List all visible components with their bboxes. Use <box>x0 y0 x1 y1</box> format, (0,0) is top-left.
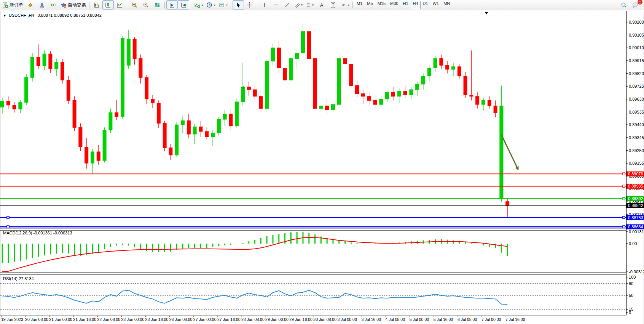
chart-ohlc-values: 0.88871 0.88892 0.88751 0.88842 <box>38 13 102 18</box>
price-axis-tick-label: 0.89535 <box>629 110 644 114</box>
candle-body <box>127 39 130 65</box>
price-axis-tick-label: 0.89630 <box>629 97 644 101</box>
tile-windows-button[interactable] <box>151 0 163 10</box>
time-axis-label: 3 Jul 00:00 <box>337 317 357 322</box>
candle-body <box>427 68 431 76</box>
candle-body <box>205 132 209 137</box>
text-label-tool-button[interactable]: T <box>327 0 339 10</box>
text-tool-label: A <box>320 2 324 8</box>
candle-body <box>307 32 311 59</box>
macd-pane[interactable] <box>0 231 626 273</box>
price-label-text: 0.88985 <box>628 184 643 188</box>
profile-button[interactable] <box>36 0 48 10</box>
timeframe-m5-button[interactable]: M5 <box>365 1 375 9</box>
candle-body <box>43 54 46 66</box>
zoom-out-button[interactable] <box>140 0 151 10</box>
indicators-button[interactable]: ▾ <box>193 0 205 10</box>
search-button[interactable] <box>618 0 630 10</box>
candle-body <box>403 91 407 95</box>
price-chart[interactable]: 0.902000.901050.900100.899150.898200.897… <box>0 10 644 324</box>
time-axis-label: 20 Jun 08:00 <box>25 317 48 322</box>
timeframe-mn-button[interactable]: MN <box>441 1 452 9</box>
signals-button[interactable] <box>48 0 59 10</box>
notifications-button[interactable]: 1 <box>630 0 641 10</box>
timeframe-d1-button[interactable]: D1 <box>421 1 430 9</box>
collapse-arrow-icon[interactable]: ▼ <box>3 14 6 18</box>
candle-body <box>103 130 106 160</box>
candle-body <box>452 67 455 69</box>
candle-body <box>313 59 317 109</box>
candle-body <box>31 57 34 77</box>
channel-tool-suffix: E <box>301 3 303 7</box>
periods-button[interactable]: ▾ <box>205 0 217 10</box>
auto-trading-button[interactable]: 自动交易 <box>59 0 88 10</box>
fibonacci-tool-button[interactable]: F <box>304 0 316 10</box>
line-handle[interactable] <box>623 185 625 187</box>
time-axis-label: 28 Jun 08:00 <box>241 317 265 322</box>
candle-body <box>49 54 52 69</box>
price-axis-tick-label: 0.89440 <box>629 122 644 127</box>
line-handle[interactable] <box>623 217 625 219</box>
chart-window[interactable]: 0.902000.901050.900100.899150.898200.897… <box>0 10 644 324</box>
candle-body <box>367 96 371 101</box>
templates-button[interactable]: ▾ <box>217 0 229 10</box>
line-handle[interactable] <box>7 226 9 228</box>
channel-tool-button[interactable]: E <box>293 0 304 10</box>
candle-body <box>440 59 443 66</box>
line-chart-mode-button[interactable] <box>114 0 125 10</box>
chart-symbol-period: USDCHF-,H4 <box>9 13 34 18</box>
candle-body <box>259 96 263 109</box>
bar-chart-mode-button[interactable] <box>91 0 102 10</box>
main-toolbar: 新订单 自动交易 ▾ ▾ <box>0 0 644 10</box>
text-tool-button[interactable]: A <box>316 0 327 10</box>
trendline-tool-button[interactable] <box>282 0 293 10</box>
candlestick-mode-button[interactable] <box>102 0 114 10</box>
toolbar-separator <box>257 2 257 8</box>
main-pane[interactable] <box>0 11 626 229</box>
arrows-tool-button[interactable]: ▾ <box>339 0 351 10</box>
auto-scroll-button[interactable] <box>166 0 178 10</box>
candle-body <box>253 90 257 96</box>
candle-body <box>446 65 449 69</box>
candle-body <box>464 76 467 95</box>
candle-body <box>289 59 293 80</box>
vertical-line-tool-button[interactable] <box>259 0 270 10</box>
vertical-line-icon <box>262 2 267 8</box>
price-axis-tick-label: 0.90105 <box>629 33 644 37</box>
macd-axis-tick-label: 0.001317 <box>629 229 644 234</box>
candle-body <box>457 67 461 76</box>
line-handle[interactable] <box>7 217 9 219</box>
crosshair-tool-button[interactable] <box>244 0 255 10</box>
zoom-in-button[interactable] <box>129 0 140 10</box>
candle-body <box>13 105 16 109</box>
time-axis-label: 23 Jun 00:00 <box>121 317 145 322</box>
timeframe-h4-button[interactable]: H4 <box>411 1 421 9</box>
chart-shift-button[interactable] <box>178 0 189 10</box>
candle-body <box>1 101 4 107</box>
line-handle[interactable] <box>623 173 625 175</box>
timeframe-h1-button[interactable]: H1 <box>400 1 410 9</box>
chart-title: ▼ USDCHF-,H4 0.88871 0.88892 0.88751 0.8… <box>3 13 102 18</box>
line-handle[interactable] <box>623 197 625 200</box>
styler-button[interactable] <box>25 0 36 10</box>
candle-body <box>175 125 179 155</box>
line-handle[interactable] <box>623 226 625 228</box>
cursor-tool-button[interactable] <box>233 0 244 10</box>
price-label-text: 0.88753 <box>628 215 643 220</box>
price-axis-tick-label: 0.89725 <box>629 84 644 88</box>
candle-body <box>470 95 473 96</box>
candlestick-icon <box>105 2 111 8</box>
candle-body <box>476 96 479 104</box>
timeframe-w1-button[interactable]: W1 <box>430 1 442 9</box>
horizontal-line-tool-button[interactable] <box>270 0 282 10</box>
candle-body <box>392 92 395 96</box>
text-label-tool: T <box>331 2 336 8</box>
price-axis-tick-label: 0.89820 <box>629 71 644 76</box>
new-order-button[interactable]: 新订单 <box>1 0 25 10</box>
timeframe-m15-button[interactable]: M15 <box>375 1 388 9</box>
candle-body <box>157 103 160 124</box>
candle-body <box>19 103 22 109</box>
timeframe-m1-button[interactable]: M1 <box>354 1 365 9</box>
candle-body <box>434 59 437 68</box>
timeframe-m30-button[interactable]: M30 <box>388 1 400 9</box>
